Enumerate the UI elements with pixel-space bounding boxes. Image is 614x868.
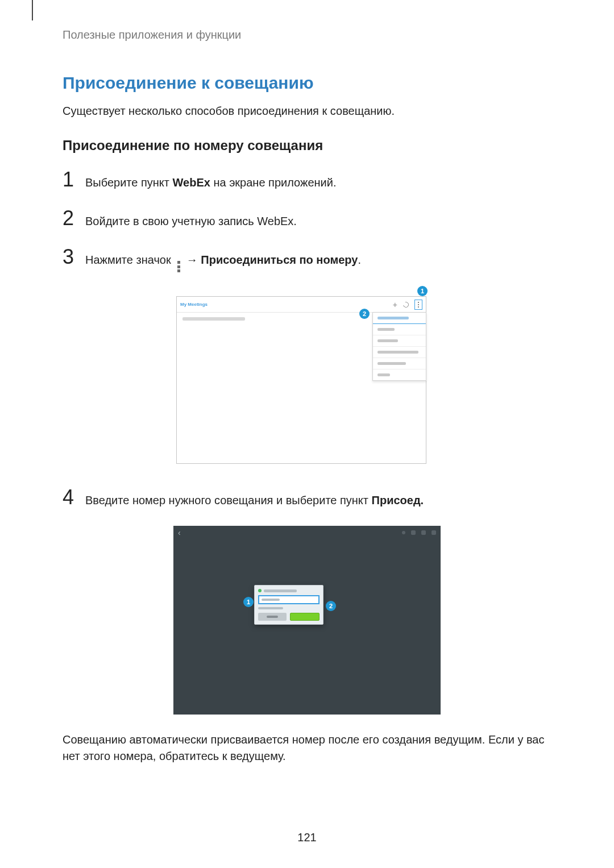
presence-dot-icon <box>258 589 262 592</box>
menu-item[interactable] <box>373 347 426 358</box>
join-button[interactable] <box>290 613 320 621</box>
step-2: 2 Войдите в свою учетную запись WebEx. <box>63 208 551 230</box>
dialog-buttons <box>258 613 320 621</box>
section-title: Присоединение по номеру совещания <box>63 138 551 153</box>
join-dialog <box>254 585 323 625</box>
text: . <box>358 254 361 266</box>
page-title: Присоединение к совещанию <box>63 73 551 93</box>
step-number: 3 <box>63 247 85 267</box>
back-icon[interactable]: ‹ <box>178 528 181 537</box>
add-icon[interactable]: + <box>393 301 397 309</box>
text: Нажмите значок <box>85 254 174 266</box>
step-text: Введите номер нужного совещания и выбери… <box>85 487 424 509</box>
overflow-menu <box>372 312 426 381</box>
intro-paragraph: Существует несколько способов присоедине… <box>63 103 551 119</box>
empty-state-text <box>182 317 245 321</box>
callout-2: 2 <box>359 309 370 319</box>
tab-marker <box>32 0 33 20</box>
overflow-menu-button[interactable] <box>414 300 422 310</box>
text: на экране приложений. <box>210 176 337 189</box>
webex-meetings-window: My Meetings + <box>176 296 426 464</box>
meeting-number-input[interactable] <box>258 595 320 604</box>
step-1: 1 Выберите пункт WebEx на экране приложе… <box>63 169 551 191</box>
menu-item-join-by-number[interactable] <box>373 313 426 324</box>
bold: Присоед. <box>372 494 424 506</box>
breadcrumb: Полезные приложения и функции <box>63 28 551 41</box>
arrow: → <box>183 254 201 266</box>
status-icon <box>402 531 405 534</box>
menu-item[interactable] <box>373 335 426 347</box>
step-text: Войдите в свою учетную запись WebEx. <box>85 208 297 230</box>
callout-1: 1 <box>417 286 428 296</box>
footer-paragraph: Совещанию автоматически присваивается но… <box>63 732 551 765</box>
callout-1: 1 <box>243 597 254 607</box>
screenshot-1: 1 My Meetings + <box>176 288 438 464</box>
step-number: 2 <box>63 208 85 229</box>
menu-item[interactable] <box>373 324 426 335</box>
dialog-title <box>258 589 320 592</box>
webex-join-screen: ‹ <box>173 526 441 715</box>
input-placeholder <box>262 599 280 601</box>
page: Полезные приложения и функции Присоедине… <box>0 0 614 868</box>
app-toolbar: My Meetings + <box>177 297 426 313</box>
page-number: 121 <box>0 831 614 844</box>
step-3: 3 Нажмите значок → Присоединиться по ном… <box>63 247 551 271</box>
status-icon <box>421 530 426 535</box>
step-number: 1 <box>63 169 85 190</box>
app-body <box>177 313 426 463</box>
bold: Присоединиться по номеру <box>201 254 358 266</box>
toolbar-actions: + <box>393 300 422 310</box>
text: Выберите пункт <box>85 176 173 189</box>
title-text <box>264 589 297 592</box>
menu-item[interactable] <box>373 369 426 380</box>
status-icon <box>411 530 416 535</box>
overflow-icon <box>176 261 181 272</box>
cancel-button[interactable] <box>258 613 287 621</box>
app-title: My Meetings <box>180 302 393 307</box>
status-icons <box>402 530 436 535</box>
status-icon <box>432 530 436 535</box>
callout-2: 2 <box>326 601 336 611</box>
text: Введите номер нужного совещания и выбери… <box>85 494 372 506</box>
step-text: Выберите пункт WebEx на экране приложени… <box>85 169 336 191</box>
bold: WebEx <box>173 176 210 189</box>
step-4: 4 Введите номер нужного совещания и выбе… <box>63 487 551 509</box>
menu-item[interactable] <box>373 358 426 369</box>
hint-row <box>258 607 320 609</box>
step-text: Нажмите значок → Присоединиться по номер… <box>85 247 361 271</box>
step-number: 4 <box>63 487 85 508</box>
refresh-icon[interactable] <box>402 301 410 309</box>
app-top-bar: ‹ <box>173 526 441 539</box>
screenshot-2: ‹ <box>173 526 441 715</box>
